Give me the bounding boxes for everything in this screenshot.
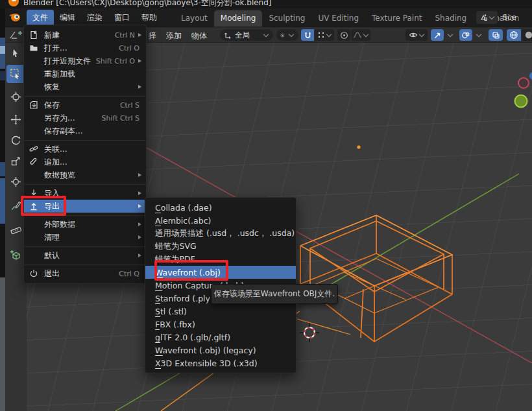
menu-item-external-data[interactable]: 外部数据 [24, 218, 146, 231]
tweak-tool[interactable] [6, 44, 25, 62]
tooltip: 保存该场景至Wavefront OBJ文件. [211, 284, 338, 304]
move-tool[interactable] [6, 110, 25, 128]
blender-logo-icon [8, 0, 19, 6]
menu-render[interactable]: 渲染 [81, 10, 108, 26]
tooltip-text: 保存该场景至Wavefront OBJ文件. [214, 288, 335, 299]
annotation-box-wavefront [154, 260, 228, 281]
tab-layout[interactable]: Layout [175, 10, 214, 27]
tab-uv-editing[interactable]: UV Editing [311, 10, 365, 27]
shading-solid-button[interactable] [522, 29, 532, 41]
tab-modeling[interactable]: Modeling [214, 10, 263, 27]
proportional-icon [340, 31, 348, 40]
snap-grid-icon [317, 31, 325, 39]
cursor-tool[interactable] [6, 88, 25, 106]
chevron-down-icon [489, 14, 494, 19]
chevron-down-icon [476, 32, 481, 37]
submenu-item-x3d[interactable]: X3D Extensible 3D (.x3d) [145, 357, 296, 370]
gizmos-toggle[interactable] [431, 29, 444, 41]
menu-edit[interactable]: 编辑 [54, 10, 81, 26]
blender-window: Blender [C:\Users\CXJ\Desktop\gong\baoye… [0, 0, 532, 411]
menu-item-open[interactable]: 打开... Ctrl O [24, 41, 146, 54]
object-menu[interactable]: 物体 [191, 30, 207, 41]
menu-file[interactable]: 文件 [27, 10, 54, 26]
scale-tool[interactable] [6, 152, 25, 170]
menu-window[interactable]: 窗口 [108, 10, 136, 26]
submenu-item-grease-pencil-svg[interactable]: 蜡笔为SVG [145, 240, 296, 253]
overlays-toggle[interactable] [459, 29, 472, 41]
rotate-tool[interactable] [6, 131, 25, 149]
blender-app-icon[interactable] [10, 12, 21, 23]
submenu-item-gltf[interactable]: glTF 2.0 (.glb/.gltf) [145, 331, 296, 344]
tab-texture-paint[interactable]: Texture Paint [365, 10, 428, 27]
menu-item-defaults[interactable]: 默认 [24, 249, 146, 262]
scene-name: Sce [502, 13, 516, 22]
menu-item-revert[interactable]: 重新加载 [24, 67, 146, 80]
menu-item-open-recent[interactable]: 打开近期文件 Shift Ctrl O [24, 54, 146, 67]
paperclip-icon [29, 158, 44, 167]
annotation-box-export [21, 196, 66, 216]
scene-dropdown[interactable] [476, 11, 498, 24]
solid-sphere-icon [524, 30, 532, 40]
gizmos-dropdown[interactable] [444, 29, 455, 41]
falloff-dropdown[interactable] [351, 29, 370, 41]
editor-type-icon[interactable] [9, 30, 25, 40]
snap-toggle[interactable] [301, 29, 314, 41]
chevron-down-icon [263, 32, 269, 37]
proportional-editing-toggle[interactable] [337, 29, 350, 41]
add-menu[interactable]: 添加 [166, 30, 182, 41]
submenu-item-stl[interactable]: Stl (.stl) [145, 305, 296, 318]
file-menu-dropdown: 新建 Ctrl N 打开... Ctrl O 打开近期文件 Shift Ctrl… [23, 25, 147, 284]
measure-tool[interactable] [6, 219, 25, 237]
save-icon [29, 100, 44, 110]
overlays-icon [461, 31, 470, 40]
background-window-edge [0, 8, 5, 411]
window-title: Blender [C:\Users\CXJ\Desktop\gong\baoye… [23, 0, 272, 8]
power-icon [29, 269, 44, 278]
menu-item-save-copy[interactable]: 保存副本... [24, 124, 146, 137]
submenu-item-usd[interactable]: 通用场景描述 (.usd， .usdc， .usda) [145, 227, 296, 240]
menu-item-new[interactable]: 新建 Ctrl N [24, 29, 146, 41]
gizmo-arrow-icon [433, 31, 442, 40]
falloff-curve-icon [353, 31, 362, 39]
tab-shading[interactable]: Shading [428, 10, 473, 27]
snap-with-dropdown[interactable] [315, 29, 334, 41]
submenu-item-fbx[interactable]: FBX (.fbx) [145, 318, 296, 331]
select-menu-partial[interactable]: 择 [149, 30, 156, 41]
menu-item-save[interactable]: 保存 Ctrl S [24, 99, 146, 112]
submenu-item-alembic[interactable]: Alembic(.abc) [145, 214, 296, 227]
chevron-down-icon [289, 32, 294, 37]
eye-icon [409, 31, 418, 39]
scene-icon [479, 13, 488, 22]
overlays-dropdown[interactable] [473, 29, 483, 41]
folder-icon [29, 43, 44, 53]
file-new-icon [29, 30, 44, 40]
menu-item-save-as[interactable]: 另存为... Shift Ctrl S [24, 112, 146, 124]
select-box-tool[interactable] [6, 65, 25, 83]
menu-item-quit[interactable]: 退出 Ctrl Q [24, 267, 146, 280]
magnet-icon [304, 31, 312, 40]
menu-item-clean-up[interactable]: 清理 [24, 231, 146, 244]
add-cube-tool[interactable] [6, 246, 25, 264]
menu-separator [25, 96, 145, 97]
chevron-down-icon [418, 32, 424, 37]
menu-separator [25, 184, 145, 185]
scene-selector: Sce [476, 11, 516, 24]
menu-help[interactable]: 帮助 [136, 10, 163, 26]
transform-tool[interactable] [6, 172, 25, 191]
submenu-item-collada[interactable]: Collada (.dae) [145, 201, 296, 214]
tab-sculpting[interactable]: Sculpting [262, 10, 311, 27]
menu-item-data-previews[interactable]: 数据预览 [24, 169, 146, 182]
chevron-down-icon [326, 32, 331, 37]
menu-separator [25, 264, 145, 265]
pivot-point-dropdown[interactable] [276, 29, 298, 41]
transform-orientation-dropdown[interactable]: 全局 [220, 29, 273, 41]
shading-wireframe-button[interactable] [507, 29, 521, 41]
menu-item-link[interactable]: 关联... [24, 143, 146, 156]
menu-item-append[interactable]: 追加... [24, 156, 146, 169]
xray-toggle[interactable] [489, 29, 503, 41]
tab-rendering[interactable]: Renderi [526, 10, 532, 27]
visibility-dropdown[interactable] [405, 29, 428, 41]
menu-item-recover[interactable]: 恢复 [24, 80, 146, 93]
submenu-item-wavefront-legacy[interactable]: Wavefront (.obj) (legacy) [145, 344, 296, 357]
pivot-icon [280, 31, 285, 40]
